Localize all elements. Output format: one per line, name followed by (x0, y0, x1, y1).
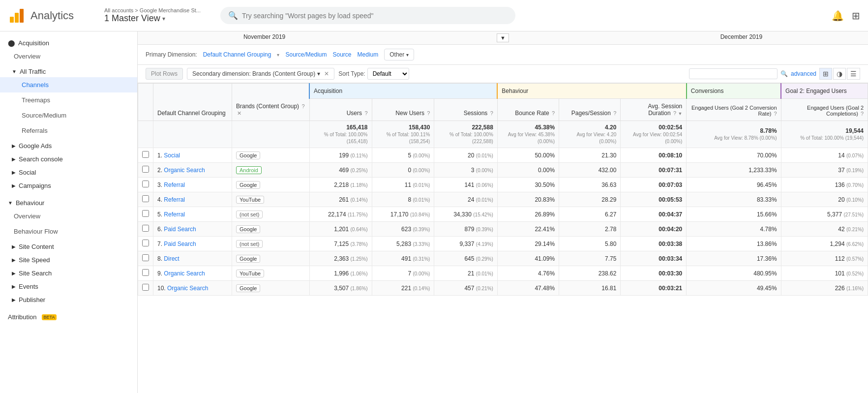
default-channel-arrow[interactable]: ▾ (277, 52, 279, 58)
sidebar-item-behaviour-overview[interactable]: Overview (0, 209, 137, 224)
row-checkbox[interactable] (142, 269, 149, 276)
row-checkbox[interactable] (142, 195, 149, 202)
th-avg-session[interactable]: Avg. Session Duration ? (621, 99, 687, 121)
channel-link[interactable]: Paid Search (164, 241, 196, 247)
sidebar-item-site-search[interactable]: ▶ Site Search (0, 266, 137, 279)
sidebar-item-channels[interactable]: Channels (0, 77, 137, 92)
sidebar-item-behaviour-flow[interactable]: Behaviour Flow (0, 224, 137, 239)
row-checkbox-cell[interactable] (138, 237, 153, 251)
secondary-dim-close[interactable]: ✕ (324, 70, 329, 77)
sessions-help-icon[interactable]: ? (490, 110, 493, 116)
row-conv-rate: 17.36% (687, 251, 781, 266)
brand-tag: Google (236, 255, 260, 263)
brands-help-icon[interactable]: ? (301, 103, 304, 109)
secondary-dimension-btn[interactable]: Secondary dimension: Brands (Content Gro… (187, 68, 334, 80)
th-users[interactable]: Users ? (309, 99, 372, 121)
th-sessions[interactable]: Sessions ? (434, 99, 497, 121)
row-checkbox[interactable] (142, 284, 149, 291)
row-checkbox-cell[interactable] (138, 281, 153, 296)
th-completions[interactable]: Engaged Users (Goal 2 Completions) ? (781, 99, 868, 121)
channel-link[interactable]: Referral (164, 181, 185, 188)
sidebar-item-social[interactable]: ▶ Social (0, 165, 137, 178)
brand-tag: Google (236, 151, 260, 159)
channel-link[interactable]: Paid Search (164, 226, 196, 233)
global-search-input[interactable] (242, 12, 508, 20)
channel-link[interactable]: Referral (164, 211, 185, 218)
row-checkbox-cell[interactable] (138, 207, 153, 222)
sidebar-item-events[interactable]: ▶ Events (0, 279, 137, 292)
channel-link[interactable]: Organic Search (164, 167, 205, 174)
row-checkbox[interactable] (142, 254, 149, 261)
row-checkbox-cell[interactable] (138, 163, 153, 178)
row-num-channel: 2. Organic Search (153, 163, 232, 178)
row-checkbox[interactable] (142, 225, 149, 232)
master-view-selector[interactable]: 1 Master View ▾ (104, 13, 212, 24)
sidebar-item-search-console[interactable]: ▶ Search console (0, 151, 137, 165)
brand-tag: Google (236, 181, 260, 189)
row-checkbox-cell[interactable] (138, 192, 153, 207)
sidebar-item-site-speed[interactable]: ▶ Site Speed (0, 252, 137, 266)
table-search-input[interactable] (689, 68, 778, 79)
sidebar-item-overview[interactable]: Overview (0, 49, 137, 64)
th-pages-session[interactable]: Pages/Session ? (559, 99, 621, 121)
channel-link[interactable]: Organic Search (167, 285, 208, 292)
brands-close-icon[interactable]: ✕ (237, 110, 241, 116)
channel-link[interactable]: Social (164, 152, 180, 159)
source-link[interactable]: Source (333, 51, 352, 58)
other-dropdown-btn[interactable]: Other ▾ (384, 49, 414, 60)
sidebar-item-site-content[interactable]: ▶ Site Content (0, 239, 137, 252)
apps-grid-icon[interactable]: ⊞ (852, 10, 860, 22)
sidebar-section-acquisition[interactable]: ⬤ Acquisition (0, 35, 137, 49)
notification-bell-icon[interactable]: 🔔 (832, 10, 844, 22)
row-checkbox[interactable] (142, 240, 149, 246)
th-new-users[interactable]: New Users ? (372, 99, 434, 121)
row-checkbox-cell[interactable] (138, 266, 153, 281)
app-title: Analytics (30, 9, 74, 22)
sidebar-item-publisher[interactable]: ▶ Publisher (0, 292, 137, 305)
row-checkbox[interactable] (142, 151, 149, 158)
th-bounce-rate[interactable]: Bounce Rate ? (497, 99, 559, 121)
row-checkbox[interactable] (142, 181, 149, 187)
sidebar-item-google-ads[interactable]: ▶ Google Ads (0, 138, 137, 151)
completions-help-icon[interactable]: ? (861, 111, 864, 117)
list-view-btn[interactable]: ☰ (847, 68, 860, 80)
bounce-rate-help-icon[interactable]: ? (552, 110, 555, 116)
avg-session-help-icon[interactable]: ? (673, 110, 676, 116)
pie-view-btn[interactable]: ◑ (833, 68, 846, 80)
row-checkbox[interactable] (142, 210, 149, 217)
th-conversions-group: Conversions (687, 84, 781, 99)
row-checkbox-cell[interactable] (138, 148, 153, 163)
new-users-help-icon[interactable]: ? (427, 110, 430, 116)
sidebar-section-attribution[interactable]: Attribution BETA (0, 309, 137, 323)
grid-view-btn[interactable]: ⊞ (819, 68, 832, 80)
row-completions: 5,377 (27.51%) (781, 207, 868, 222)
conv-rate-help-icon[interactable]: ? (774, 111, 777, 117)
channel-link[interactable]: Organic Search (164, 270, 205, 277)
channel-link[interactable]: Referral (164, 196, 185, 203)
channel-link[interactable]: Direct (164, 255, 179, 262)
sort-type-select[interactable]: Default Weighted (367, 68, 409, 80)
advanced-link[interactable]: advanced (791, 70, 816, 77)
table-search-icon[interactable]: 🔍 (780, 70, 788, 77)
sidebar-item-treemaps[interactable]: Treemaps (0, 92, 137, 108)
th-conv-rate[interactable]: Engaged Users (Goal 2 Conversion Rate) ? (687, 99, 781, 121)
source-medium-link[interactable]: Source/Medium (285, 51, 327, 58)
date-dropdown-icon[interactable]: ▼ (497, 33, 509, 42)
medium-link[interactable]: Medium (358, 51, 379, 58)
row-new-users: 5 (0.00%) (372, 148, 434, 163)
sidebar-item-source-medium[interactable]: Source/Medium (0, 108, 137, 123)
users-help-icon[interactable]: ? (364, 110, 367, 116)
default-channel-grouping-link[interactable]: Default Channel Grouping (203, 51, 271, 58)
row-brand: YouTube (232, 192, 310, 207)
row-checkbox-cell[interactable] (138, 251, 153, 266)
row-checkbox[interactable] (142, 166, 149, 173)
row-checkbox-cell[interactable] (138, 178, 153, 192)
sidebar-item-campaigns[interactable]: ▶ Campaigns (0, 178, 137, 191)
row-checkbox-cell[interactable] (138, 222, 153, 237)
pages-session-help-icon[interactable]: ? (613, 110, 616, 116)
sidebar-item-referrals[interactable]: Referrals (0, 123, 137, 138)
plot-rows-button[interactable]: Plot Rows (146, 68, 183, 80)
global-search-bar[interactable]: 🔍 (220, 7, 515, 24)
sidebar-section-behaviour[interactable]: ▼ Behaviour (0, 195, 137, 209)
sidebar-item-all-traffic[interactable]: ▼ All Traffic (0, 64, 137, 77)
